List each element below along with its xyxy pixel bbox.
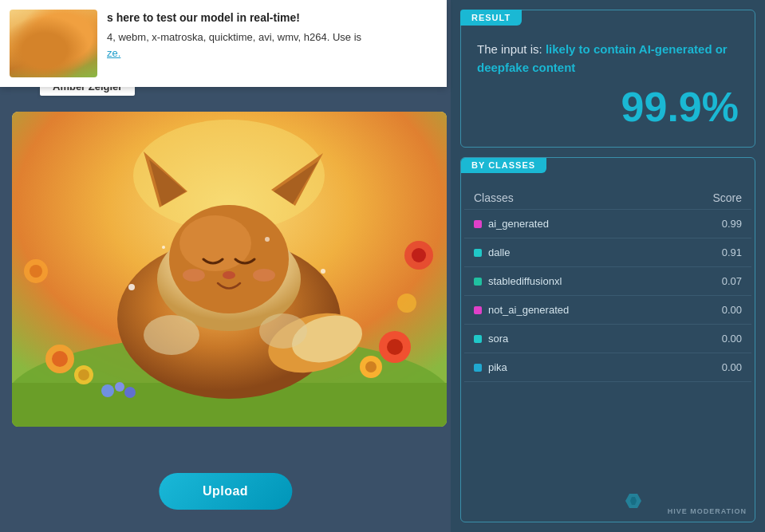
svg-point-24 <box>183 269 205 282</box>
class-score: 0.00 <box>666 296 751 325</box>
svg-point-12 <box>101 384 114 397</box>
svg-point-30 <box>128 284 135 290</box>
class-name: dalle <box>488 246 510 258</box>
table-row: dalle 0.91 <box>464 238 751 267</box>
hive-logo-text: HIVE MODERATION <box>617 490 747 515</box>
class-score: 0.07 <box>666 267 751 296</box>
left-panel: s here to test our model in real-time! 4… <box>0 0 451 532</box>
table-row: ai_generated 0.99 <box>464 210 751 238</box>
main-image <box>12 112 447 427</box>
class-name-cell: sora <box>464 325 666 353</box>
classes-badge: BY CLASSES <box>460 157 546 173</box>
svg-point-25 <box>253 269 275 282</box>
table-row: stablediffusionxl 0.07 <box>464 267 751 296</box>
class-name-cell: pika <box>464 353 666 382</box>
class-name: ai_generated <box>488 218 549 230</box>
col-header-score: Score <box>666 187 751 210</box>
watermark: HIVE MODERATION <box>617 490 747 515</box>
right-panel: RESULT The input is: likely to contain A… <box>451 0 765 532</box>
table-row: pika 0.00 <box>464 353 751 382</box>
class-color-indicator <box>474 249 482 257</box>
class-color-indicator <box>474 335 482 343</box>
result-percentage: 99.9% <box>477 83 739 131</box>
result-card: RESULT The input is: likely to contain A… <box>460 10 755 148</box>
table-row: sora 0.00 <box>464 325 751 353</box>
svg-point-29 <box>259 313 307 349</box>
top-info-card: s here to test our model in real-time! 4… <box>0 0 447 87</box>
class-name-cell: not_ai_generated <box>464 296 666 325</box>
svg-point-32 <box>265 237 270 242</box>
svg-point-35 <box>30 265 42 278</box>
class-score: 0.99 <box>666 210 751 238</box>
class-name: stablediffusionxl <box>488 275 562 287</box>
svg-point-9 <box>387 339 403 355</box>
result-prefix: The input is: <box>477 42 546 56</box>
svg-point-14 <box>124 387 136 398</box>
top-card-title: s here to test our model in real-time! <box>107 10 434 26</box>
class-name: pika <box>488 361 507 373</box>
svg-point-37 <box>412 248 426 262</box>
class-name: sora <box>488 333 508 345</box>
class-name-cell: ai_generated <box>464 210 666 238</box>
class-name: not_ai_generated <box>488 304 569 316</box>
class-color-indicator <box>474 278 482 286</box>
svg-point-23 <box>223 271 235 279</box>
classes-data-table: Classes Score ai_generated 0.99 dalle <box>464 187 751 382</box>
table-row: not_ai_generated 0.00 <box>464 296 751 325</box>
class-name-cell: stablediffusionxl <box>464 267 666 296</box>
col-header-class: Classes <box>464 187 666 210</box>
svg-point-11 <box>365 361 377 372</box>
upload-button[interactable]: Upload <box>159 473 292 510</box>
classes-table-container[interactable]: Classes Score ai_generated 0.99 dalle <box>461 187 755 382</box>
svg-point-5 <box>52 351 68 367</box>
class-score: 0.91 <box>666 238 751 267</box>
class-color-indicator <box>474 306 482 314</box>
classes-card: BY CLASSES Classes Score ai_generated 0.… <box>460 157 755 522</box>
hive-moderation-text: HIVE MODERATION <box>668 507 747 515</box>
class-color-indicator <box>474 220 482 228</box>
top-card-content: s here to test our model in real-time! 4… <box>107 10 434 61</box>
eevee-illustration <box>12 112 447 427</box>
result-text: The input is: likely to contain AI-gener… <box>477 41 739 77</box>
class-score: 0.00 <box>666 353 751 382</box>
svg-point-33 <box>162 246 165 249</box>
class-score: 0.00 <box>666 325 751 353</box>
svg-point-7 <box>78 369 89 380</box>
result-badge: RESULT <box>460 10 522 26</box>
eevee-image <box>12 112 447 427</box>
svg-point-38 <box>397 294 416 313</box>
svg-point-13 <box>115 382 124 392</box>
top-card-subtitle: 4, webm, x-matroska, quicktime, avi, wmv… <box>107 30 434 45</box>
class-color-indicator <box>474 364 482 372</box>
thumbnail-image <box>10 10 97 77</box>
class-name-cell: dalle <box>464 238 666 267</box>
svg-point-31 <box>321 269 325 274</box>
top-card-link[interactable]: ze. <box>107 47 120 59</box>
svg-point-28 <box>144 315 199 355</box>
